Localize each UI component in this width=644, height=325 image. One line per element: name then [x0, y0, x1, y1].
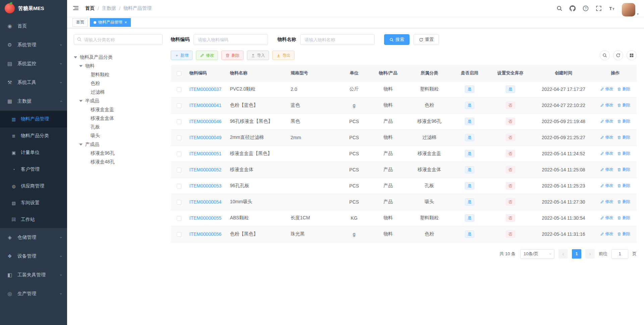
- sidebar-item-workshop[interactable]: ▧车间设置: [0, 195, 67, 211]
- row-checkbox[interactable]: [177, 216, 181, 221]
- row-checkbox[interactable]: [177, 119, 181, 124]
- row-delete-link[interactable]: 删除: [617, 215, 630, 221]
- caret-icon[interactable]: [79, 65, 83, 67]
- app-logo[interactable]: 苦糖果MES: [0, 0, 67, 17]
- row-edit-link[interactable]: 修改: [600, 199, 613, 205]
- row-delete-link[interactable]: 删除: [617, 231, 630, 237]
- row-delete-link[interactable]: 删除: [617, 118, 630, 124]
- material-code-link[interactable]: ITEM00000053: [190, 183, 222, 188]
- material-code-link[interactable]: ITEM00000055: [190, 215, 222, 221]
- tree-node-label[interactable]: 移液盒盒体: [91, 115, 114, 121]
- sidebar-item-warehouse[interactable]: ◈仓储管理›: [0, 228, 67, 247]
- tab-物料产品管理[interactable]: 物料产品管理×: [90, 18, 131, 27]
- sidebar-item-home[interactable]: ◉首页: [0, 17, 67, 36]
- row-checkbox[interactable]: [177, 184, 181, 188]
- caret-icon[interactable]: [74, 56, 77, 58]
- row-delete-link[interactable]: 删除: [617, 134, 630, 140]
- material-code-link[interactable]: ITEM00000054: [190, 199, 222, 205]
- row-edit-link[interactable]: 修改: [600, 102, 613, 108]
- close-icon[interactable]: ×: [124, 20, 127, 24]
- edit-button[interactable]: 修改: [196, 51, 218, 60]
- add-button[interactable]: ＋ 新增: [171, 51, 193, 60]
- hamburger-icon[interactable]: [72, 5, 80, 12]
- sidebar-item-tools[interactable]: ⚒系统工具›: [0, 73, 67, 92]
- row-edit-link[interactable]: 修改: [600, 86, 613, 92]
- material-code-link[interactable]: ITEM00000049: [190, 135, 222, 140]
- row-checkbox[interactable]: [177, 200, 181, 205]
- row-delete-link[interactable]: 删除: [617, 151, 630, 156]
- github-icon[interactable]: [570, 5, 576, 12]
- material-code-link[interactable]: ITEM00000051: [190, 151, 222, 156]
- sidebar-item-equipment[interactable]: ❖设备管理›: [0, 247, 67, 266]
- row-edit-link[interactable]: 修改: [600, 167, 613, 172]
- breadcrumb-item[interactable]: 主数据: [102, 5, 116, 11]
- reset-button[interactable]: 重置: [414, 34, 439, 45]
- sidebar-item-master-data[interactable]: ▦主数据›: [0, 92, 67, 111]
- row-delete-link[interactable]: 删除: [617, 199, 630, 205]
- tree-node-label[interactable]: 移液盒48孔: [91, 159, 115, 165]
- sidebar-item-fixture[interactable]: ◧工装夹具管理›: [0, 266, 67, 284]
- breadcrumb-item[interactable]: 首页: [85, 5, 95, 11]
- page-number-1[interactable]: 1: [572, 249, 581, 259]
- material-code-link[interactable]: ITEM00000056: [190, 231, 222, 237]
- tree-node-label[interactable]: 物料: [85, 63, 95, 69]
- delete-button[interactable]: 删除: [221, 51, 244, 60]
- sidebar-item-material-category[interactable]: ≣物料产品分类: [0, 127, 67, 144]
- tree-node-label[interactable]: 移液盒盒盖: [91, 107, 114, 113]
- row-edit-link[interactable]: 修改: [600, 215, 613, 221]
- material-code-input[interactable]: [194, 34, 268, 45]
- search-button[interactable]: 搜索: [384, 34, 410, 45]
- row-edit-link[interactable]: 修改: [600, 151, 613, 156]
- next-page-button[interactable]: ›: [585, 249, 595, 259]
- row-delete-link[interactable]: 删除: [617, 86, 630, 92]
- user-menu[interactable]: ▾: [622, 3, 639, 16]
- prev-page-button[interactable]: ‹: [558, 249, 568, 259]
- page-size-select[interactable]: 10条/页 ›: [520, 249, 554, 259]
- tab-首页[interactable]: 首页: [72, 18, 88, 27]
- sidebar-item-supplier[interactable]: ◍供应商管理: [0, 178, 67, 195]
- row-edit-link[interactable]: 修改: [600, 231, 613, 237]
- search-icon[interactable]: [556, 5, 563, 12]
- sidebar-item-monitor[interactable]: ▤系统监控›: [0, 54, 67, 73]
- toggle-search-button[interactable]: [600, 50, 610, 60]
- row-checkbox[interactable]: [177, 232, 181, 237]
- material-code-link[interactable]: ITEM00000046: [190, 119, 222, 124]
- material-code-link[interactable]: ITEM00000037: [190, 87, 222, 92]
- row-edit-link[interactable]: 修改: [600, 183, 613, 188]
- tree-node-label[interactable]: 色粉: [91, 80, 100, 87]
- sidebar-item-unit[interactable]: ▣计量单位: [0, 144, 67, 161]
- sidebar-item-customer[interactable]: ◔客户管理: [0, 161, 67, 178]
- tree-node-label[interactable]: 半成品: [85, 98, 99, 104]
- tree-node-label[interactable]: 产成品: [85, 142, 99, 148]
- tree-node-label[interactable]: 过滤棉: [91, 89, 105, 95]
- tree-node-label[interactable]: 塑料颗粒: [91, 72, 109, 78]
- help-icon[interactable]: ?: [583, 5, 589, 12]
- row-checkbox[interactable]: [177, 103, 181, 108]
- tree-node-label[interactable]: 移液盒96孔: [91, 150, 115, 156]
- select-all-checkbox[interactable]: [177, 71, 181, 76]
- tree-node-label[interactable]: 物料及产品分类: [80, 54, 113, 60]
- row-checkbox[interactable]: [177, 136, 181, 140]
- category-search-input[interactable]: [74, 34, 163, 45]
- sidebar-item-workstation[interactable]: 回工作站: [0, 211, 67, 228]
- material-name-input[interactable]: [300, 34, 375, 45]
- sidebar-item-system[interactable]: ⚙系统管理›: [0, 36, 67, 54]
- material-code-link[interactable]: ITEM00000041: [190, 103, 222, 108]
- avatar[interactable]: [622, 3, 635, 16]
- goto-page-input[interactable]: [611, 249, 628, 259]
- material-code-link[interactable]: ITEM00000052: [190, 167, 222, 172]
- fullscreen-icon[interactable]: [596, 5, 602, 12]
- sidebar-item-production[interactable]: ◎生产管理›: [0, 284, 67, 303]
- caret-icon[interactable]: [79, 144, 83, 146]
- row-delete-link[interactable]: 删除: [617, 183, 630, 188]
- tree-node-label[interactable]: 孔板: [91, 124, 100, 130]
- row-edit-link[interactable]: 修改: [600, 134, 613, 140]
- font-size-icon[interactable]: TT: [609, 5, 615, 12]
- tree-node-label[interactable]: 吸头: [91, 133, 100, 139]
- refresh-button[interactable]: [613, 50, 623, 60]
- row-edit-link[interactable]: 修改: [600, 118, 613, 124]
- row-checkbox[interactable]: [177, 87, 181, 92]
- import-button[interactable]: 导入: [247, 51, 269, 60]
- columns-button[interactable]: [627, 50, 637, 60]
- row-checkbox[interactable]: [177, 152, 181, 156]
